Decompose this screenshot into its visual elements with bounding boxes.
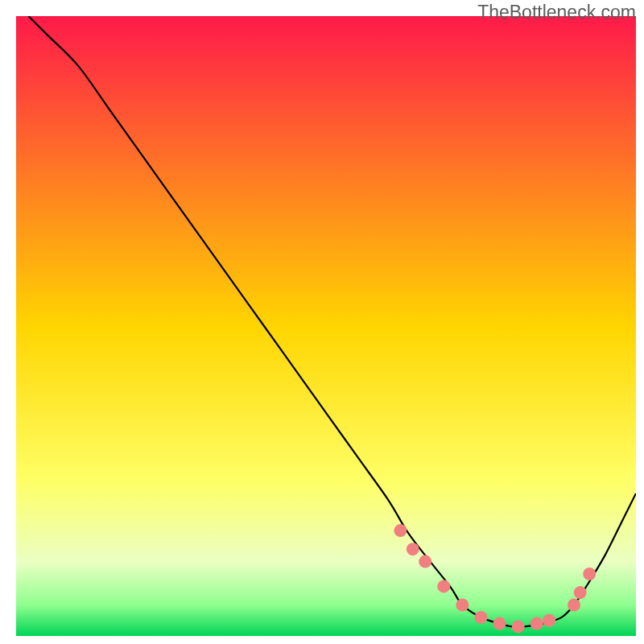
marker-point bbox=[530, 617, 543, 630]
marker-point bbox=[456, 599, 469, 612]
marker-point bbox=[568, 599, 580, 612]
marker-point bbox=[574, 586, 587, 599]
marker-point bbox=[583, 568, 596, 580]
chart-container: TheBottleneck.com bbox=[0, 0, 644, 644]
watermark-text: TheBottleneck.com bbox=[477, 2, 636, 23]
marker-point bbox=[543, 614, 555, 627]
chart-svg bbox=[16, 16, 636, 636]
marker-point bbox=[493, 617, 506, 630]
marker-point bbox=[407, 543, 419, 555]
marker-point bbox=[512, 620, 525, 633]
plot-area bbox=[16, 16, 636, 636]
marker-point bbox=[394, 524, 407, 537]
marker-point bbox=[419, 555, 431, 568]
marker-point bbox=[475, 611, 488, 624]
marker-point bbox=[437, 580, 450, 592]
